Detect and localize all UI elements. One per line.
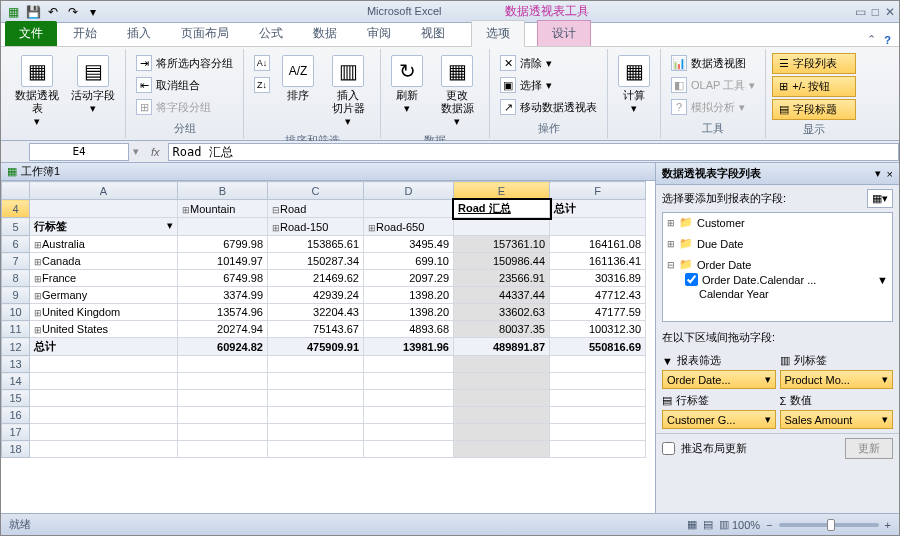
cell[interactable]: 6749.98	[178, 270, 268, 287]
col-header-D[interactable]: D	[364, 182, 454, 200]
cell[interactable]: 80037.35	[454, 321, 550, 338]
cell[interactable]	[178, 407, 268, 424]
cell[interactable]	[364, 441, 454, 458]
sort-button[interactable]: A/Z排序	[278, 53, 318, 104]
qat-more-icon[interactable]: ▾	[85, 4, 101, 20]
cell[interactable]: 161136.41	[550, 253, 646, 270]
update-button[interactable]: 更新	[845, 438, 893, 459]
row-header[interactable]: 16	[2, 407, 30, 424]
move-pivot-button[interactable]: ↗移动数据透视表	[496, 97, 601, 117]
olap-button[interactable]: ◧OLAP 工具 ▾	[667, 75, 759, 95]
cell[interactable]	[454, 441, 550, 458]
cell[interactable]: 60924.82	[178, 338, 268, 356]
calc-button[interactable]: ▦计算▾	[614, 53, 654, 117]
expand-icon[interactable]: ⊞	[667, 239, 675, 249]
tab-insert[interactable]: 插入	[113, 21, 165, 46]
cell[interactable]: 44337.44	[454, 287, 550, 304]
cell[interactable]	[550, 424, 646, 441]
filter-icon[interactable]: ▼	[877, 274, 888, 286]
tab-data[interactable]: 数据	[299, 21, 351, 46]
row-header[interactable]: 6	[2, 236, 30, 253]
cell[interactable]: 10149.97	[178, 253, 268, 270]
redo-icon[interactable]: ↷	[65, 4, 81, 20]
row-header[interactable]: 18	[2, 441, 30, 458]
cell[interactable]	[550, 218, 646, 236]
cell[interactable]	[364, 390, 454, 407]
tab-layout[interactable]: 页面布局	[167, 21, 243, 46]
cell[interactable]: ⊟Road	[268, 200, 364, 218]
cell[interactable]	[364, 424, 454, 441]
slicer-button[interactable]: ▥插入 切片器▾	[322, 53, 374, 131]
cell[interactable]: ⊞Road-650	[364, 218, 454, 236]
field-checkbox[interactable]	[685, 273, 698, 286]
tab-view[interactable]: 视图	[407, 21, 459, 46]
view-normal-icon[interactable]: ▦	[684, 518, 700, 531]
select-button[interactable]: ▣选择 ▾	[496, 75, 601, 95]
cell[interactable]	[30, 356, 178, 373]
row-header[interactable]: 15	[2, 390, 30, 407]
cell[interactable]: 1398.20	[364, 304, 454, 321]
tab-file[interactable]: 文件	[5, 21, 57, 46]
minimize-button[interactable]: ▭	[855, 5, 866, 19]
cell[interactable]	[30, 441, 178, 458]
cell[interactable]: 3374.99	[178, 287, 268, 304]
cell[interactable]: 13574.96	[178, 304, 268, 321]
cell[interactable]: 42939.24	[268, 287, 364, 304]
cell[interactable]: 47712.43	[550, 287, 646, 304]
cell[interactable]: 489891.87	[454, 338, 550, 356]
clear-button[interactable]: ✕清除 ▾	[496, 53, 601, 73]
cell[interactable]	[454, 390, 550, 407]
cell[interactable]: 2097.29	[364, 270, 454, 287]
cell[interactable]	[454, 373, 550, 390]
col-header-F[interactable]: F	[550, 182, 646, 200]
collapse-icon[interactable]: ⊟	[667, 260, 675, 270]
tab-design[interactable]: 设计	[537, 20, 591, 46]
cell[interactable]	[30, 424, 178, 441]
row-header[interactable]: 4	[2, 200, 30, 218]
row-header[interactable]: 9	[2, 287, 30, 304]
cell[interactable]: ⊞Australia	[30, 236, 178, 253]
cell[interactable]: ⊞Germany	[30, 287, 178, 304]
tab-options[interactable]: 选项	[471, 20, 525, 47]
spreadsheet-grid[interactable]: ABCDEF4⊞Mountain⊟RoadRoad 汇总总计5行标签 ▾⊞Roa…	[1, 181, 646, 458]
field-list[interactable]: ⊞📁Customer ⊞📁Due Date ⊟📁Order Date Order…	[662, 212, 893, 322]
cell[interactable]: Road 汇总	[454, 200, 550, 218]
headers-toggle[interactable]: ▤字段标题	[772, 99, 856, 120]
rows-area[interactable]: Customer G...▾	[662, 410, 776, 429]
row-header[interactable]: 14	[2, 373, 30, 390]
row-header[interactable]: 5	[2, 218, 30, 236]
cell[interactable]	[454, 218, 550, 236]
cell[interactable]: 699.10	[364, 253, 454, 270]
name-box[interactable]: E4	[29, 143, 129, 161]
cell[interactable]: 32204.43	[268, 304, 364, 321]
cell[interactable]: 150986.44	[454, 253, 550, 270]
cell[interactable]: 行标签 ▾	[30, 218, 178, 236]
cell[interactable]	[364, 356, 454, 373]
cell[interactable]: 75143.67	[268, 321, 364, 338]
cell[interactable]	[454, 424, 550, 441]
fieldlist-dropdown-icon[interactable]: ▾	[875, 167, 881, 180]
cell[interactable]: 157361.10	[454, 236, 550, 253]
view-layout-icon[interactable]: ▤	[700, 518, 716, 531]
cell[interactable]	[550, 441, 646, 458]
cell[interactable]: 1398.20	[364, 287, 454, 304]
cell[interactable]: ⊞Mountain	[178, 200, 268, 218]
cell[interactable]: ⊞Canada	[30, 253, 178, 270]
cell[interactable]	[268, 356, 364, 373]
cell[interactable]: 47177.59	[550, 304, 646, 321]
zoom-slider[interactable]	[779, 523, 879, 527]
cell[interactable]: 550816.69	[550, 338, 646, 356]
cell[interactable]: ⊞United States	[30, 321, 178, 338]
cell[interactable]: 20274.94	[178, 321, 268, 338]
cell[interactable]: 21469.62	[268, 270, 364, 287]
pivotchart-button[interactable]: 📊数据透视图	[667, 53, 759, 73]
fx-icon[interactable]: fx	[143, 146, 168, 158]
cell[interactable]	[550, 407, 646, 424]
row-header[interactable]: 8	[2, 270, 30, 287]
activefield-button[interactable]: ▤活动字段▾	[67, 53, 119, 117]
cell[interactable]	[550, 390, 646, 407]
maximize-button[interactable]: □	[872, 5, 879, 19]
fieldlist-close-icon[interactable]: ×	[887, 168, 893, 180]
vals-area[interactable]: Sales Amount▾	[780, 410, 894, 429]
formula-input[interactable]: Road 汇总	[168, 143, 899, 161]
